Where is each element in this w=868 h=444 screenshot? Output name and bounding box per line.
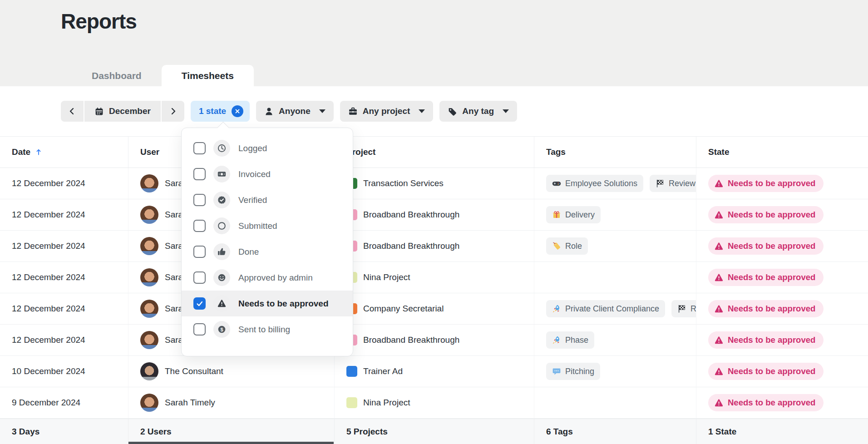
checkbox[interactable] [193,194,206,206]
table-row[interactable]: 9 December 2024 Sarah Timely Nina Projec… [0,387,868,419]
tag-chip: Pitching [546,363,600,380]
column-header-date[interactable]: Date [0,137,128,168]
state-filter-option[interactable]: Verified [182,187,353,213]
warning-icon [217,299,227,308]
user-filter-button[interactable]: Anyone [256,101,334,122]
clear-state-filter-button[interactable] [232,105,243,117]
state-badge: Needs to be approved [708,175,824,192]
state-filter-option[interactable]: Invoiced [182,161,353,187]
svg-text:$: $ [220,327,223,332]
tag-filter-button[interactable]: Any tag [439,101,517,122]
tag-chip: Private Client Compliance [546,300,665,317]
user-avatar [140,394,158,412]
chevron-down-icon [419,109,425,113]
project-filter-label: Any project [363,106,410,116]
column-header-tags[interactable]: Tags [534,137,696,168]
table-row[interactable]: 10 December 2024 The Consultant Trainer … [0,356,868,387]
state-option-label: Done [238,247,259,257]
state-option-label: Needs to be approved [238,299,329,309]
tag-label: Private Client Compliance [565,304,659,314]
table-row[interactable]: 12 December 2024 Sarah Timely Broadband … [0,199,868,231]
project-name: Broadband Breakthrough [363,335,459,345]
smiley-icon [217,273,227,282]
user-avatar [140,300,158,318]
state-filter-option[interactable]: $ Sent to billing [182,316,353,342]
state-badge-label: Needs to be approved [728,210,815,220]
tag-chip: Role [546,237,588,255]
close-icon [234,108,241,114]
column-header-state[interactable]: State [696,137,868,168]
project-color-swatch [346,366,357,377]
tab-dashboard[interactable]: Dashboard [72,65,162,86]
tab-timesheets[interactable]: Timesheets [162,65,254,86]
checkbox[interactable] [193,246,206,258]
checkbox[interactable] [193,168,206,180]
chevron-down-icon [319,109,326,113]
table-row[interactable]: 12 December 2024 Sarah Timely Broadband … [0,325,868,356]
table-header-row: Date User Project Tags State [0,136,868,168]
warning-icon [714,304,724,314]
state-filter-option[interactable]: Submitted [182,213,353,239]
footer-summary-cell: 3 Days [0,419,128,444]
row-date: 12 December 2024 [12,272,85,282]
prev-month-button[interactable] [61,101,84,122]
speech-icon [552,367,561,376]
state-badge-label: Needs to be approved [728,272,815,282]
state-option-label: Approved by admin [238,273,313,283]
state-filter-option[interactable]: Done [182,239,353,265]
project-name: Trainer Ad [363,366,403,376]
tags-cell [534,387,696,418]
checkbox[interactable] [193,220,206,232]
checkbox[interactable] [193,142,206,154]
tag-label: Delivery [565,210,595,220]
row-date: 12 December 2024 [12,178,85,188]
table-row[interactable]: 12 December 2024 Sarah Timely Broadband … [0,231,868,262]
clock-icon [217,143,227,153]
state-badge: Needs to be approved [708,206,824,223]
state-filter-option[interactable]: Needs to be approved [182,291,353,316]
rocket-icon [552,335,561,345]
state-option-label: Logged [238,143,267,153]
row-date: 12 December 2024 [12,210,85,220]
project-name: Nina Project [363,398,410,408]
warning-icon [714,242,724,251]
checkbox[interactable] [193,271,206,284]
table-row[interactable]: 12 December 2024 Sarah Timely Nina Proje… [0,262,868,293]
tags-cell: Phase [534,325,696,355]
column-header-user-label: User [140,147,159,157]
checkbox[interactable] [193,297,206,310]
project-filter-button[interactable]: Any project [340,101,434,122]
tag-chip: Review [671,300,696,317]
state-option-label: Submitted [238,221,277,231]
rocket-icon [552,304,561,313]
tag-chip: Phase [546,331,594,349]
tag-label: Pitching [565,367,594,376]
tag-chip: Delivery [546,206,601,223]
state-option-label: Invoiced [238,169,271,179]
state-filter-chip[interactable]: 1 state [191,101,250,122]
state-badge: Needs to be approved [708,331,824,349]
state-filter-label: 1 state [199,106,226,116]
table-row[interactable]: 12 December 2024 Sarah Timely Transactio… [0,168,868,199]
table-row[interactable]: 12 December 2024 Sarah Timely Company Se… [0,293,868,325]
label-tag-icon [552,242,561,251]
state-badge: Needs to be approved [708,394,824,411]
column-header-tags-label: Tags [546,147,566,157]
user-name: Sarah Timely [165,398,215,408]
next-month-button[interactable] [162,101,184,122]
filter-bar: December 1 state Anyone Any project Any … [61,101,517,122]
date-nav: December [61,101,184,122]
month-picker-button[interactable]: December [84,101,161,122]
checkbox[interactable] [193,323,206,335]
table-body: 12 December 2024 Sarah Timely Transactio… [0,168,868,419]
state-filter-option[interactable]: Approved by admin [182,265,353,291]
tag-label: Phase [565,335,588,345]
user-avatar [140,362,158,380]
tab-dashboard-label: Dashboard [92,70,142,81]
footer-summary-cell: 6 Tags [534,419,696,444]
horizontal-scrollbar[interactable] [128,442,334,444]
tag-label: Review [669,179,695,188]
tags-cell: Delivery [534,199,696,230]
state-filter-option[interactable]: Logged [182,135,353,161]
column-header-project[interactable]: Project [335,137,534,168]
